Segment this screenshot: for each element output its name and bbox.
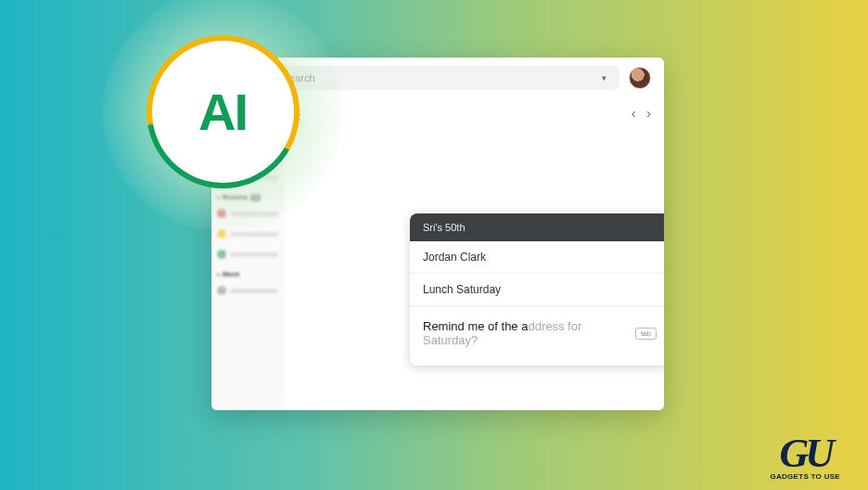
compose-body[interactable]: Remind me of the address for Saturday? t…	[410, 306, 664, 366]
nav-arrows: ‹ ›	[632, 106, 651, 121]
prev-button[interactable]: ‹	[632, 106, 636, 121]
typed-text: Remind me of the a	[423, 319, 528, 333]
video-icon	[217, 286, 226, 295]
avatar[interactable]	[629, 67, 651, 89]
item-label-placeholder	[230, 232, 278, 237]
status-dot-icon	[217, 250, 226, 259]
meet-label: Meet	[223, 270, 239, 278]
compose-subject-field[interactable]: Lunch Saturday	[410, 274, 664, 306]
tab-hint: tab	[635, 328, 657, 340]
search-dropdown-icon[interactable]: ▾	[597, 73, 610, 83]
main-content: ⋮ ‹ › Sri's 50th Jordan Clark Lunch Satu…	[284, 98, 664, 410]
item-label-placeholder	[230, 289, 278, 293]
watermark-text: GADGETS TO USE	[770, 472, 840, 481]
item-label-placeholder	[230, 252, 278, 257]
compose-card: Sri's 50th Jordan Clark Lunch Saturday R…	[410, 213, 664, 366]
list-item[interactable]	[217, 282, 278, 299]
ai-ring-icon: AI	[147, 35, 300, 188]
list-item[interactable]	[217, 246, 278, 263]
sidebar-section-meet[interactable]: • Meet	[217, 270, 278, 278]
ai-badge: AI	[102, 0, 343, 232]
watermark-logo: GU	[770, 435, 840, 472]
next-button[interactable]: ›	[646, 106, 651, 121]
compose-to-field[interactable]: Jordan Clark	[410, 241, 664, 274]
compose-title[interactable]: Sri's 50th	[410, 213, 664, 241]
ai-label: AI	[152, 41, 294, 183]
watermark: GU GADGETS TO USE	[770, 435, 840, 481]
